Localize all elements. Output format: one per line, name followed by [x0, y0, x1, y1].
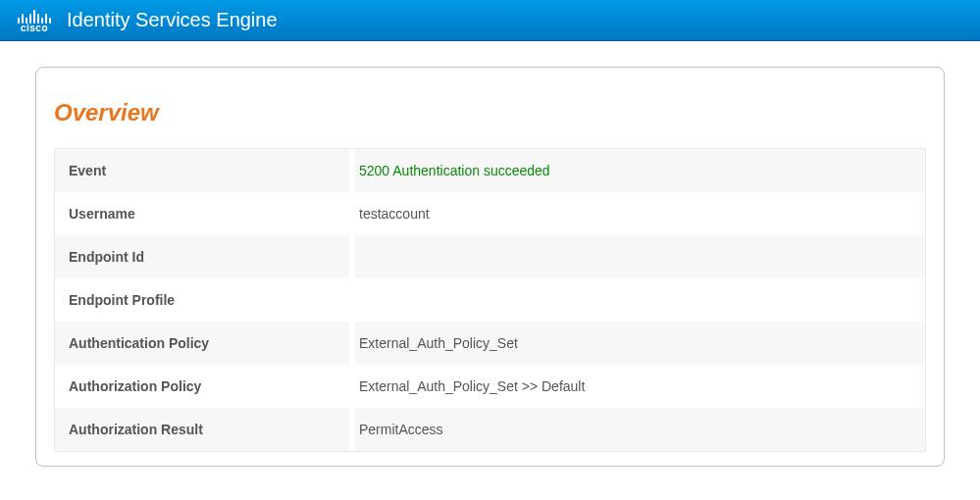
row-authentication-policy: Authentication Policy External_Auth_Poli… [55, 322, 925, 365]
value-authentication-policy: External_Auth_Policy_Set [355, 322, 925, 365]
row-username: Username testaccount [55, 192, 925, 235]
overview-panel: Overview Event 5200 Authentication succe… [35, 67, 945, 467]
value-authorization-policy: External_Auth_Policy_Set >> Default [355, 365, 925, 408]
label-authentication-policy: Authentication Policy [55, 322, 349, 365]
row-endpoint-profile: Endpoint Profile [55, 278, 925, 322]
label-endpoint-id: Endpoint Id [55, 235, 349, 278]
cisco-logo-bars-icon [18, 8, 51, 24]
value-authorization-result: PermitAccess [355, 408, 925, 451]
overview-table: Event 5200 Authentication succeeded User… [54, 148, 926, 452]
row-authorization-policy: Authorization Policy External_Auth_Polic… [55, 365, 925, 408]
panel-title: Overview [54, 99, 926, 126]
value-endpoint-id [355, 235, 925, 278]
row-endpoint-id: Endpoint Id [55, 235, 925, 278]
value-username: testaccount [355, 192, 925, 235]
row-event: Event 5200 Authentication succeeded [55, 149, 925, 192]
label-authorization-result: Authorization Result [55, 408, 349, 451]
content-wrapper: Overview Event 5200 Authentication succe… [0, 41, 980, 492]
app-header: cisco Identity Services Engine [0, 0, 980, 41]
row-authorization-result: Authorization Result PermitAccess [55, 408, 925, 451]
value-event: 5200 Authentication succeeded [355, 149, 925, 192]
value-endpoint-profile [355, 278, 925, 322]
app-title: Identity Services Engine [67, 9, 278, 31]
label-username: Username [55, 192, 349, 235]
cisco-logo-text: cisco [21, 23, 48, 33]
label-event: Event [55, 149, 349, 192]
label-authorization-policy: Authorization Policy [55, 365, 349, 408]
label-endpoint-profile: Endpoint Profile [55, 278, 349, 322]
cisco-logo: cisco [18, 8, 51, 33]
